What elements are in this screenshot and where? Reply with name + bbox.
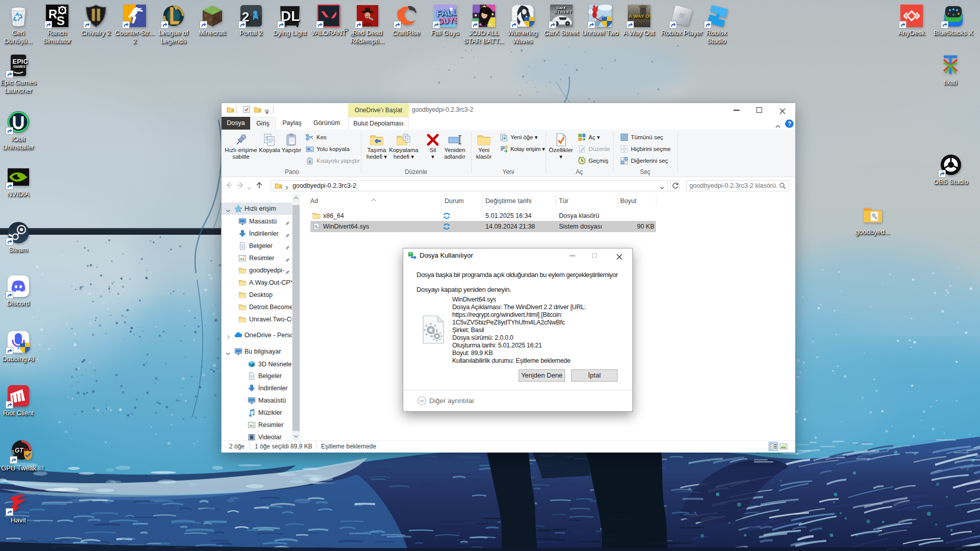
svg-text:STREET: STREET [554,10,573,14]
svg-text:GAMES: GAMES [13,65,26,68]
svg-text:A WAY OUT: A WAY OUT [629,14,651,19]
svg-text:?: ? [788,120,791,128]
svg-text:W..: W.. [307,147,312,151]
svg-text:R: R [48,7,57,21]
svg-text:GT: GT [15,447,24,454]
svg-text:EPIC: EPIC [13,58,29,65]
svg-text:GUYS: GUYS [437,16,457,26]
svg-text:S: S [57,14,65,28]
